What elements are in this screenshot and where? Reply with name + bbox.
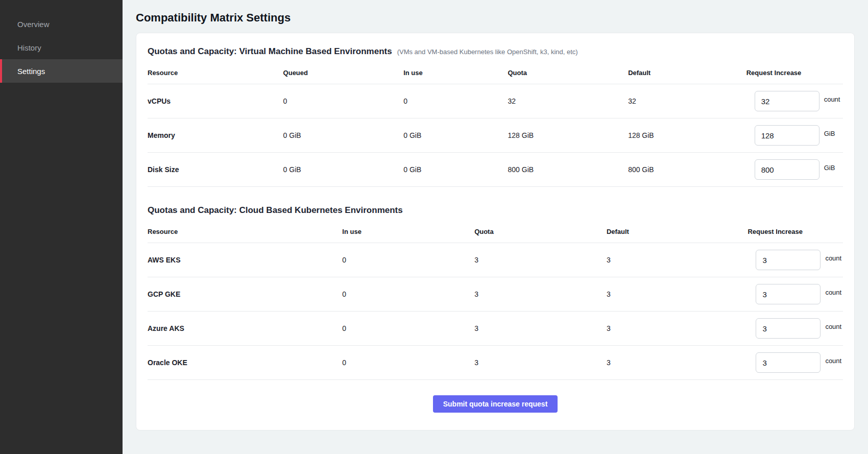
azure-aks-quota-input[interactable] xyxy=(756,318,821,339)
in-use-value: 0 xyxy=(342,347,474,378)
resource-name: vCPUs xyxy=(148,86,283,116)
default-value: 128 GiB xyxy=(628,120,746,151)
queued-value: 0 xyxy=(283,86,404,116)
resource-name: Azure AKS xyxy=(148,313,342,344)
quota-value: 3 xyxy=(474,313,607,344)
table-row-disk-size: Disk Size 0 GiB 0 GiB 800 GiB 800 GiB Gi… xyxy=(148,153,843,187)
column-header-default: Default xyxy=(607,225,748,243)
column-header-queued: Queued xyxy=(283,66,404,84)
column-header-quota: Quota xyxy=(508,66,629,84)
request-increase-cell: count xyxy=(748,243,843,277)
main-content: Compatibility Matrix Settings Quotas and… xyxy=(123,0,868,454)
sidebar: Overview History Settings xyxy=(0,0,123,454)
resource-name: Disk Size xyxy=(148,154,283,185)
k8s-quota-table: Resource In use Quota Default Request In… xyxy=(148,225,843,380)
unit-label: GiB xyxy=(824,130,835,137)
in-use-value: 0 xyxy=(342,245,474,275)
submit-container: Submit quota increase request xyxy=(148,380,843,420)
k8s-section-title: Quotas and Capacity: Cloud Based Kuberne… xyxy=(148,205,403,216)
column-header-quota: Quota xyxy=(474,225,607,243)
table-row-azure-aks: Azure AKS 0 3 3 count xyxy=(148,312,843,346)
submit-quota-increase-button[interactable]: Submit quota increase request xyxy=(433,395,558,413)
default-value: 3 xyxy=(607,347,748,378)
unit-label: count xyxy=(825,323,841,330)
queued-value: 0 GiB xyxy=(283,120,404,151)
request-increase-cell: count xyxy=(748,312,843,345)
default-value: 3 xyxy=(607,245,748,275)
table-row-aws-eks: AWS EKS 0 3 3 count xyxy=(148,243,843,277)
vm-table-header-row: Resource Queued In use Quota Default Req… xyxy=(148,66,843,84)
unit-label: GiB xyxy=(824,164,835,172)
request-increase-cell: count xyxy=(748,346,843,379)
resource-name: AWS EKS xyxy=(148,245,342,275)
resource-name: GCP GKE xyxy=(148,279,342,309)
column-header-request-increase: Request Increase xyxy=(748,225,843,243)
vm-section-header: Quotas and Capacity: Virtual Machine Bas… xyxy=(148,46,843,57)
disk-size-quota-input[interactable] xyxy=(755,159,819,180)
vm-section-title: Quotas and Capacity: Virtual Machine Bas… xyxy=(148,46,392,57)
column-header-in-use: In use xyxy=(403,66,508,84)
table-row-gcp-gke: GCP GKE 0 3 3 count xyxy=(148,277,843,312)
in-use-value: 0 xyxy=(342,279,474,309)
in-use-value: 0 xyxy=(342,313,474,344)
k8s-table-header-row: Resource In use Quota Default Request In… xyxy=(148,225,843,243)
memory-quota-input[interactable] xyxy=(755,125,819,146)
default-value: 3 xyxy=(607,313,748,344)
table-row-oracle-oke: Oracle OKE 0 3 3 count xyxy=(148,346,843,380)
k8s-section-header: Quotas and Capacity: Cloud Based Kuberne… xyxy=(148,205,843,216)
quota-value: 3 xyxy=(474,347,607,378)
in-use-value: 0 GiB xyxy=(403,154,508,185)
resource-name: Memory xyxy=(148,120,283,151)
quota-value: 32 xyxy=(508,86,629,116)
unit-label: count xyxy=(825,289,841,296)
column-header-resource: Resource xyxy=(148,66,283,84)
request-increase-cell: count xyxy=(746,84,843,118)
queued-value: 0 GiB xyxy=(283,154,404,185)
sidebar-item-history[interactable]: History xyxy=(0,36,123,59)
in-use-value: 0 xyxy=(403,86,508,116)
gcp-gke-quota-input[interactable] xyxy=(756,284,821,304)
default-value: 800 GiB xyxy=(628,154,746,185)
column-header-default: Default xyxy=(628,66,746,84)
quota-value: 800 GiB xyxy=(508,154,629,185)
sidebar-item-overview[interactable]: Overview xyxy=(0,12,123,36)
default-value: 3 xyxy=(607,279,748,309)
k8s-quota-section: Quotas and Capacity: Cloud Based Kuberne… xyxy=(148,205,843,380)
default-value: 32 xyxy=(628,86,746,116)
aws-eks-quota-input[interactable] xyxy=(756,250,821,270)
oracle-oke-quota-input[interactable] xyxy=(756,352,821,373)
table-row-vcpus: vCPUs 0 0 32 32 count xyxy=(148,84,843,118)
column-header-in-use: In use xyxy=(342,225,474,243)
quota-value: 3 xyxy=(474,245,607,275)
vm-quota-table: Resource Queued In use Quota Default Req… xyxy=(148,66,843,187)
quota-value: 3 xyxy=(474,279,607,309)
page-title: Compatibility Matrix Settings xyxy=(136,11,855,25)
in-use-value: 0 GiB xyxy=(403,120,508,151)
unit-label: count xyxy=(824,95,840,103)
column-header-resource: Resource xyxy=(148,225,342,243)
column-header-request-increase: Request Increase xyxy=(746,66,843,84)
unit-label: count xyxy=(825,357,841,365)
quota-value: 128 GiB xyxy=(508,120,629,151)
request-increase-cell: GiB xyxy=(746,153,843,186)
resource-name: Oracle OKE xyxy=(148,347,342,378)
sidebar-item-settings[interactable]: Settings xyxy=(0,59,123,83)
vm-section-subtitle: (VMs and VM-based Kubernetes like OpenSh… xyxy=(397,48,578,56)
vcpus-quota-input[interactable] xyxy=(755,91,819,111)
table-row-memory: Memory 0 GiB 0 GiB 128 GiB 128 GiB GiB xyxy=(148,118,843,153)
vm-quota-section: Quotas and Capacity: Virtual Machine Bas… xyxy=(148,46,843,187)
settings-card: Quotas and Capacity: Virtual Machine Bas… xyxy=(136,33,855,431)
unit-label: count xyxy=(825,254,841,262)
request-increase-cell: count xyxy=(748,277,843,311)
request-increase-cell: GiB xyxy=(746,118,843,152)
